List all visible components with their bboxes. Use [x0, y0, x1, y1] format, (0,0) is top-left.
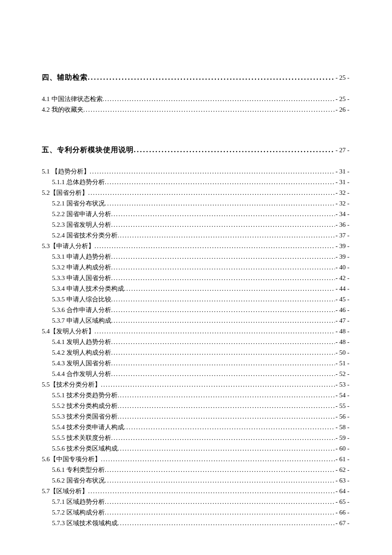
toc-entry[interactable]: 5.3.5 申请人综合比较 - 45 -: [42, 295, 349, 304]
toc-entry[interactable]: 5.4.3 发明人国省分析 - 51 -: [42, 359, 349, 367]
toc-entry[interactable]: 5.5.1 技术分类趋势分析 - 54 -: [42, 391, 349, 399]
toc-entry[interactable]: 四、辅助检索- 25 -: [42, 72, 349, 82]
toc-entry-label: 4.2 我的收藏夹: [42, 106, 84, 114]
toc-entry[interactable]: 5.3.6 合作申请人分析 - 46 -: [42, 306, 349, 314]
toc-entry-label: 5.4.3 发明人国省分析: [52, 359, 111, 367]
toc-entry-page: - 48 -: [335, 338, 350, 346]
toc-entry[interactable]: 5.4.1 发明人趋势分析 - 48 -: [42, 338, 349, 346]
toc-entry-label: 5.5.1 技术分类趋势分析: [52, 391, 118, 399]
toc-entry-page: - 40 -: [335, 264, 350, 271]
toc-leader-dots: [88, 73, 335, 82]
toc-leader-dots: [111, 275, 335, 282]
toc-entry-label: 5.3.4 申请人技术分类构成: [52, 285, 124, 293]
toc-entry[interactable]: 5.7【区域分析】 - 64 -: [42, 487, 349, 495]
toc-leader-dots: [105, 509, 335, 516]
toc-entry-page: - 26 -: [335, 106, 350, 113]
toc-entry[interactable]: 5.4【发明人分析】 - 48 -: [42, 327, 349, 335]
toc-entry[interactable]: 5.3.7 申请人区域构成 - 47 -: [42, 317, 349, 325]
toc-leader-dots: [118, 402, 335, 410]
toc-entry[interactable]: 5.1 【趋势分析】 - 31 -: [42, 168, 349, 176]
toc-entry-label: 5.3.1 申请人趋势分析: [52, 253, 111, 261]
toc-entry[interactable]: 5.4.4 合作发明人分析 - 52 -: [42, 370, 349, 378]
toc-entry[interactable]: 5.7.1 区域趋势分析- 65 -: [42, 498, 349, 506]
toc-entry[interactable]: 5.5.4 技术分类申请人构成 - 58 -: [42, 423, 349, 431]
toc-entry-page: - 63 -: [335, 477, 350, 484]
toc-entry-label: 5.2.2 国省申请人分析: [52, 210, 111, 218]
toc-entry-page: - 34 -: [335, 211, 350, 218]
toc-entry-label: 5.5.3 技术分类国省分析: [52, 413, 118, 421]
toc-leader-dots: [118, 445, 335, 452]
toc-leader-dots: [101, 456, 335, 463]
toc-leader-dots: [118, 520, 335, 527]
toc-entry[interactable]: 5.2.4 国省技术分类分析 - 37 -: [42, 231, 349, 240]
toc-entry[interactable]: 5.3.3 申请人国省分析 - 42 -: [42, 274, 349, 282]
toc-entry-page: - 65 -: [335, 498, 350, 506]
toc-entry[interactable]: 五、专利分析模块使用说明- 27 -: [42, 145, 349, 155]
toc-entry-page: - 45 -: [335, 296, 350, 303]
toc-entry[interactable]: 5.5.6 技术分类区域构成 - 60 -: [42, 445, 349, 453]
toc-entry-page: - 56 -: [335, 413, 350, 420]
toc-entry[interactable]: 5.5.2 技术分类构成分析 - 55 -: [42, 402, 349, 410]
section-gap: [42, 115, 349, 145]
toc-entry-label: 5.3.5 申请人综合比较: [52, 295, 111, 304]
toc-entry[interactable]: 5.2【国省分析】 - 32 -: [42, 189, 349, 197]
toc-entry-label: 5.6.1 专利类型分析: [52, 466, 105, 474]
toc-entry[interactable]: 5.2.2 国省申请人分析 - 34 -: [42, 210, 349, 218]
toc-leader-dots: [90, 168, 335, 175]
toc-leader-dots: [111, 360, 335, 367]
toc-leader-dots: [95, 243, 335, 250]
toc-entry-label: 5.3.3 申请人国省分析: [52, 274, 111, 282]
toc-entry[interactable]: 5.7.2 区域构成分析- 66 -: [42, 509, 349, 517]
toc-leader-dots: [111, 317, 335, 324]
toc-entry-page: - 58 -: [335, 424, 350, 431]
toc-entry[interactable]: 5.5.3 技术分类国省分析 - 56 -: [42, 413, 349, 421]
toc-entry-page: - 25 -: [335, 74, 350, 81]
toc-entry[interactable]: 5.1.1 总体趋势分析 - 31 -: [42, 178, 349, 186]
toc-entry-page: - 51 -: [335, 360, 350, 367]
toc-leader-dots: [118, 232, 335, 239]
toc-entry-label: 5.4.2 发明人构成分析: [52, 349, 111, 357]
toc-leader-dots: [103, 95, 335, 103]
toc-entry[interactable]: 5.3【申请人分析】 - 39 -: [42, 242, 349, 250]
toc-entry-label: 4.1 中国法律状态检索: [42, 95, 103, 103]
toc-leader-dots: [105, 466, 335, 474]
toc-entry[interactable]: 4.2 我的收藏夹 - 26 -: [42, 106, 349, 114]
toc-entry[interactable]: 5.4.2 发明人构成分析 - 50 -: [42, 349, 349, 357]
toc-entry[interactable]: 5.3.1 申请人趋势分析 - 39 -: [42, 253, 349, 261]
toc-leader-dots: [124, 285, 335, 292]
toc-entry-page: - 27 -: [335, 147, 350, 154]
toc-entry-label: 5.2.1 国省分布状况: [52, 199, 105, 208]
toc-entry[interactable]: 5.5【技术分类分析】 - 53 -: [42, 381, 349, 389]
toc-entry[interactable]: 5.6【中国专项分析】 - 61 -: [42, 455, 349, 463]
toc-entry-page: - 60 -: [335, 445, 350, 452]
toc-leader-dots: [95, 328, 335, 335]
toc-entry[interactable]: 4.1 中国法律状态检索 - 25 -: [42, 95, 349, 103]
toc-entry[interactable]: 5.2.3 国省发明人分析 - 36 -: [42, 221, 349, 229]
toc-entry[interactable]: 5.3.2 申请人构成分析 - 40 -: [42, 263, 349, 272]
toc-entry[interactable]: 5.3.4 申请人技术分类构成 - 44 -: [42, 285, 349, 293]
toc-entry-page: - 39 -: [335, 243, 350, 250]
toc-leader-dots: [111, 434, 335, 442]
heading-gap: [42, 90, 349, 92]
toc-leader-dots: [118, 413, 335, 420]
toc-entry-page: - 31 -: [335, 179, 350, 186]
toc-entry-label: 5.3.7 申请人区域构成: [52, 317, 111, 325]
toc-entry-label: 5.2.4 国省技术分类分析: [52, 231, 118, 240]
toc-leader-dots: [111, 338, 335, 346]
toc-entry-label: 5.2【国省分析】: [42, 189, 88, 197]
heading-gap: [42, 162, 349, 165]
toc-entry[interactable]: 5.5.5 技术关联度分析 - 59 -: [42, 434, 349, 442]
toc-entry[interactable]: 5.6.2 国省分布状况 - 63 -: [42, 477, 349, 485]
toc-entry-label: 5.7.3 区域技术领域构成: [52, 519, 118, 527]
toc-entry[interactable]: 5.2.1 国省分布状况- 32 -: [42, 199, 349, 208]
toc-entry-label: 五、专利分析模块使用说明: [42, 145, 134, 155]
toc-entry-label: 5.5.4 技术分类申请人构成: [52, 423, 124, 431]
toc-entry-page: - 62 -: [335, 466, 350, 474]
toc-leader-dots: [84, 106, 335, 113]
toc-leader-dots: [88, 189, 335, 197]
toc-entry-page: - 39 -: [335, 253, 350, 260]
toc-entry-label: 5.1 【趋势分析】: [42, 168, 90, 176]
toc-entry[interactable]: 5.7.3 区域技术领域构成- 67 -: [42, 519, 349, 527]
toc-entry-page: - 67 -: [335, 520, 350, 527]
toc-entry[interactable]: 5.6.1 专利类型分析 - 62 -: [42, 466, 349, 474]
